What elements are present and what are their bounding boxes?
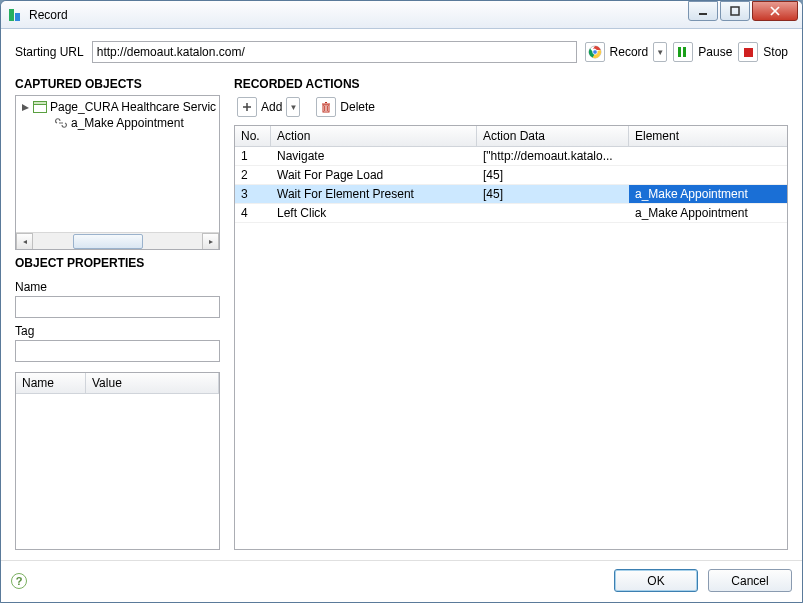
scroll-right-button[interactable]: ▸ [202, 233, 219, 250]
scroll-thumb[interactable] [73, 234, 143, 249]
name-input[interactable] [15, 296, 220, 318]
record-dialog: Record Starting URL Record ▼ Pause [0, 0, 803, 603]
cell-data: [45] [477, 185, 629, 203]
actions-table[interactable]: No. Action Action Data Element 1Navigate… [234, 125, 788, 550]
link-icon [54, 117, 68, 129]
record-dropdown[interactable]: ▼ [653, 42, 667, 62]
record-label: Record [610, 45, 649, 59]
window-controls [688, 1, 802, 28]
minimize-button[interactable] [688, 1, 718, 21]
cancel-button[interactable]: Cancel [708, 569, 792, 592]
cell-data: ["http://demoaut.katalo... [477, 147, 629, 165]
pause-label: Pause [698, 45, 732, 59]
object-properties-heading: OBJECT PROPERTIES [15, 256, 220, 270]
recorded-actions-heading: RECORDED ACTIONS [234, 77, 788, 91]
add-dropdown[interactable]: ▼ [286, 97, 300, 117]
add-icon [237, 97, 257, 117]
cell-data [477, 204, 629, 222]
captured-objects-tree[interactable]: Page_CURA Healthcare Servic a_Make Appoi… [15, 95, 220, 250]
cell-action: Wait For Element Present [271, 185, 477, 203]
cell-no: 4 [235, 204, 271, 222]
tree-page-label: Page_CURA Healthcare Servic [50, 100, 216, 114]
tag-label: Tag [15, 324, 220, 338]
cell-element [629, 147, 787, 165]
page-icon [33, 101, 47, 113]
table-row[interactable]: 2Wait For Page Load[45] [235, 166, 787, 185]
table-row[interactable]: 1Navigate["http://demoaut.katalo... [235, 147, 787, 166]
captured-objects-heading: CAPTURED OBJECTS [15, 77, 220, 91]
stop-icon [738, 42, 758, 62]
svg-rect-1 [15, 13, 20, 21]
add-action-button[interactable]: Add ▼ [234, 95, 303, 119]
cell-no: 1 [235, 147, 271, 165]
trash-icon [316, 97, 336, 117]
close-button[interactable] [752, 1, 798, 21]
cell-element: a_Make Appointment [629, 185, 787, 203]
svg-rect-9 [34, 102, 47, 105]
starting-url-label: Starting URL [15, 45, 84, 59]
tag-input[interactable] [15, 340, 220, 362]
delete-action-button[interactable]: Delete [313, 95, 378, 119]
table-row[interactable]: 4Left Clicka_Make Appointment [235, 204, 787, 223]
table-row[interactable]: 3Wait For Element Present[45]a_Make Appo… [235, 185, 787, 204]
svg-rect-2 [699, 13, 707, 15]
stop-button[interactable]: Stop [738, 42, 788, 62]
pause-button[interactable]: Pause [673, 42, 732, 62]
help-icon[interactable]: ? [11, 573, 27, 589]
stop-label: Stop [763, 45, 788, 59]
cell-no: 3 [235, 185, 271, 203]
svg-rect-0 [9, 9, 14, 21]
scroll-track[interactable] [33, 233, 202, 249]
col-no[interactable]: No. [235, 126, 271, 147]
prop-col-name[interactable]: Name [16, 373, 86, 394]
cell-no: 2 [235, 166, 271, 184]
col-action[interactable]: Action [271, 126, 477, 147]
cell-element: a_Make Appointment [629, 204, 787, 222]
svg-rect-3 [731, 7, 739, 15]
col-element[interactable]: Element [629, 126, 787, 147]
cell-action: Wait For Page Load [271, 166, 477, 184]
col-action-data[interactable]: Action Data [477, 126, 629, 147]
tree-child-label: a_Make Appointment [71, 116, 184, 130]
ok-button[interactable]: OK [614, 569, 698, 592]
cell-data: [45] [477, 166, 629, 184]
name-label: Name [15, 280, 220, 294]
starting-url-input[interactable] [92, 41, 577, 63]
record-button[interactable]: Record ▼ [585, 42, 668, 62]
scroll-left-button[interactable]: ◂ [16, 233, 33, 250]
titlebar[interactable]: Record [1, 1, 802, 29]
tree-page-node[interactable]: Page_CURA Healthcare Servic [18, 99, 217, 115]
svg-point-7 [592, 50, 597, 55]
expand-icon[interactable] [20, 102, 30, 112]
window-title: Record [29, 8, 688, 22]
tree-scrollbar[interactable]: ◂ ▸ [16, 232, 219, 249]
maximize-button[interactable] [720, 1, 750, 21]
chrome-icon [585, 42, 605, 62]
prop-col-value[interactable]: Value [86, 373, 219, 394]
cell-action: Left Click [271, 204, 477, 222]
properties-table[interactable]: Name Value [15, 372, 220, 550]
delete-label: Delete [340, 100, 375, 114]
app-icon [7, 7, 23, 23]
tree-child-node[interactable]: a_Make Appointment [18, 115, 217, 131]
pause-icon [673, 42, 693, 62]
add-label: Add [261, 100, 282, 114]
cell-element [629, 166, 787, 184]
cell-action: Navigate [271, 147, 477, 165]
